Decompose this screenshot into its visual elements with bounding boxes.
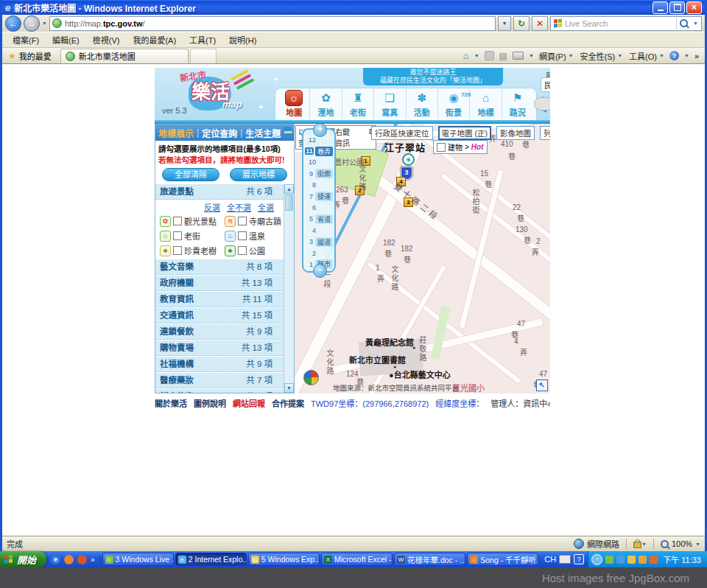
help-icon[interactable]: ? (669, 51, 679, 60)
search-go-button[interactable] (676, 18, 690, 29)
protected-dropdown-icon[interactable]: ▼ (641, 542, 647, 547)
title-bar[interactable]: e 新北市樂活地圖 - Windows Internet Explorer × (2, 0, 705, 15)
language-help-icon[interactable]: ? (574, 554, 584, 564)
sidebar-scrollbar[interactable]: ▲ ▼ (284, 184, 294, 393)
taskbar-button[interactable]: XMicrosoft Excel - ... (321, 553, 393, 566)
launcher-icon[interactable] (64, 555, 74, 564)
command-button[interactable]: 安全性(S)▼ (580, 50, 623, 62)
category-row[interactable]: 藝文音樂共 8 項 (155, 259, 284, 275)
history-dropdown-icon[interactable]: ▼ (42, 21, 47, 26)
start-button[interactable]: 開始 (0, 551, 46, 567)
checkbox[interactable] (238, 231, 247, 240)
browser-tab[interactable]: 新北市樂活地圖 (60, 49, 189, 63)
zoom-dropdown-icon[interactable]: ▼ (695, 542, 700, 547)
zoom-level-number[interactable]: 5 (305, 215, 314, 223)
protected-mode-icon[interactable] (633, 542, 641, 548)
building-layer-option[interactable]: 建物 > Hot (433, 140, 488, 154)
checkbox[interactable] (173, 246, 182, 255)
footer-link[interactable]: 合作提案 (272, 397, 304, 409)
menu-item[interactable]: 檢視(V) (87, 32, 126, 47)
poi-option-tourist-spot[interactable]: ✿觀光景點 (160, 215, 225, 227)
stop-button[interactable]: ✕ (532, 16, 548, 31)
scroll-down-icon[interactable]: ▼ (284, 383, 294, 393)
zoom-level[interactable]: 10 (305, 157, 333, 168)
select-link[interactable]: 反選 (204, 201, 220, 213)
category-row[interactable]: 政府機關共 13 項 (155, 276, 284, 291)
nav-tab-streetview[interactable]: ◉720街景 (437, 89, 469, 119)
checkbox[interactable] (238, 217, 247, 225)
nav-tab-photos[interactable]: ❏寫真 (373, 89, 405, 119)
security-icon[interactable] (639, 556, 647, 564)
language-bar[interactable]: CH ? (541, 554, 588, 564)
quick-launch-overflow-chevron[interactable]: » (91, 556, 95, 564)
help-dropdown-icon[interactable]: ▼ (684, 53, 689, 58)
zoom-level-number[interactable]: 9 (305, 170, 314, 178)
poi-option-temple[interactable]: π寺廟古蹟 (225, 215, 283, 227)
zoom-slider[interactable]: + − 1211巷弄109街廓87捷運65省道43國道21縣市 (302, 128, 336, 273)
favorites-label[interactable]: 我的最愛 (19, 50, 52, 62)
corner-min-box[interactable]: 民 (541, 77, 550, 92)
sidebar-collapse-button[interactable]: ««« (284, 127, 291, 139)
show-landmarks-button[interactable]: 展示地標 (230, 168, 287, 181)
poi-option-hot-spring[interactable]: ♨溫泉 (225, 230, 283, 242)
checkbox[interactable] (173, 217, 182, 225)
zoom-level[interactable]: 3國道 (305, 237, 333, 248)
forward-button[interactable]: → (24, 15, 40, 32)
zoom-out-button[interactable]: − (313, 264, 327, 278)
menu-item[interactable]: 說明(H) (223, 32, 262, 47)
firefox-icon[interactable] (650, 556, 658, 564)
nav-tab-map[interactable]: ☼地圖 (278, 89, 309, 119)
printer-icon[interactable] (513, 52, 524, 60)
zoom-level[interactable]: 9街廓 (305, 168, 333, 179)
nav-tab-traffic[interactable]: ⚑路況 (502, 89, 533, 119)
page-icon[interactable]: ▤ (499, 51, 507, 61)
firefox-icon[interactable] (77, 555, 87, 564)
minimize-button[interactable] (653, 1, 668, 14)
address-dropdown-button[interactable]: ▼ (498, 16, 511, 31)
search-options-dropdown-icon[interactable]: ▼ (693, 21, 698, 26)
close-button[interactable]: × (686, 1, 702, 14)
poi-option-park[interactable]: ♣公園 (225, 245, 283, 256)
site-logo[interactable]: 新北市 樂活 map ver 5.3 (159, 68, 270, 119)
address-bar[interactable]: http://map.tpc.gov.tw/ (49, 16, 496, 31)
menu-item[interactable]: 我的最愛(A) (127, 32, 182, 47)
map-toolbar-button[interactable]: 影像地圖 (496, 126, 535, 140)
zoom-level[interactable]: 2 (305, 248, 333, 259)
zoom-level[interactable]: 4 (305, 225, 333, 236)
footer-link[interactable]: 網站回報 (233, 397, 265, 409)
nav-tab-old-street[interactable]: ♜老街 (342, 89, 373, 119)
zoom-level-number[interactable]: 6 (305, 204, 317, 211)
category-row[interactable]: 連鎖餐飲共 9 項 (155, 324, 284, 340)
refresh-button[interactable]: ↻ (513, 16, 530, 31)
nav-tab-wetland[interactable]: ✿溼地 (309, 89, 341, 119)
command-button[interactable]: 工具(O)▼ (629, 50, 664, 62)
select-link[interactable]: 全不選 (227, 201, 251, 213)
checkbox[interactable] (238, 246, 247, 255)
zoom-level[interactable]: 11巷弄 (305, 145, 333, 156)
zoom-level[interactable]: 7捷運 (305, 191, 333, 202)
clear-all-button[interactable]: 全部清除 (162, 168, 219, 181)
checkbox[interactable] (173, 231, 182, 240)
taskbar-button[interactable]: ▤5 Windows Exp...▼ (248, 553, 320, 566)
nav-tab-events[interactable]: ✽活動 (406, 89, 437, 119)
maximize-button[interactable] (669, 1, 685, 14)
category-row[interactable]: 交通資訊共 15 項 (155, 308, 284, 323)
category-row[interactable]: 醫療藥妝共 7 項 (155, 373, 284, 388)
messenger-icon[interactable] (605, 556, 613, 564)
metro-station-icon[interactable]: ◈ (402, 153, 415, 166)
display-icon[interactable] (616, 556, 625, 564)
new-tab-button[interactable] (190, 49, 217, 63)
taskbar-button[interactable]: W花樣年華.doc - ... (394, 553, 465, 566)
nav-tab-landmarks[interactable]: ⌂地標 (469, 89, 501, 119)
map-toolbar-button[interactable]: 電子地圖 (正) (438, 126, 491, 140)
select-link[interactable]: 全選 (258, 201, 274, 213)
ie-icon[interactable]: e (51, 555, 60, 564)
home-dropdown-icon[interactable]: ▼ (474, 53, 479, 58)
map-canvas[interactable]: 以滑鼠點選右鍵 查看該點的資訊 ⊠ 行政區快速定位電子地圖 (正)影像地圖列印 … (295, 124, 550, 393)
reset-view-arrow-icon[interactable]: ↖ (536, 379, 548, 391)
footer-link[interactable]: 關於樂活 (155, 397, 187, 409)
menu-item[interactable]: 檔案(F) (7, 32, 45, 47)
sidebar-tab[interactable]: 生活主題 (245, 127, 281, 139)
rss-feed-icon[interactable] (485, 51, 494, 60)
print-dropdown-icon[interactable]: ▼ (529, 53, 534, 58)
